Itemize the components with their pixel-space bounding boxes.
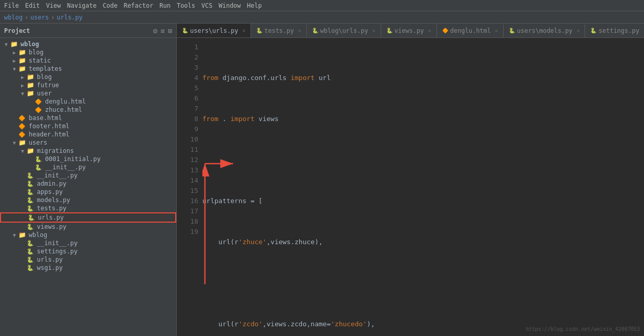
tab-users-urls[interactable]: 🐍 users\urls.py ✕ [177,24,251,37]
tab-close-denglu[interactable]: ✕ [495,28,498,33]
menubar: File Edit View Navigate Code Refactor Ru… [0,0,644,11]
tab-settings[interactable]: 🐍 settings.py ✕ [585,24,644,37]
breadcrumb-users[interactable]: users [30,14,49,21]
tab-icon-users-models: 🐍 [509,28,515,33]
tree-item-zhuce[interactable]: ▶ 🔶 zhuce.html [0,106,176,114]
tree-item-tests[interactable]: ▶ 🐍 tests.py [0,204,176,212]
tree-label-models: models.py [37,196,70,204]
tree-item-models[interactable]: ▶ 🐍 models.py [0,196,176,204]
menu-vcs[interactable]: VCS [201,2,213,9]
tree-item-0001[interactable]: ▶ 🐍 0001_initial.py [0,155,176,163]
tab-users-models[interactable]: 🐍 users\models.py ✕ [504,24,585,37]
tree-item-views[interactable]: ▶ 🐍 views.py [0,223,176,231]
tab-views[interactable]: 🐍 views.py ✕ [381,24,437,37]
menu-tools[interactable]: Tools [177,2,195,9]
tree-item-admin[interactable]: ▶ 🐍 admin.py [0,180,176,188]
tree-label-settings: settings.py [37,248,77,255]
tree-item-urls[interactable]: ▶ 🐍 urls.py [0,212,176,223]
tab-label-wblog-urls: wblog\urls.py [320,27,368,34]
menu-refactor[interactable]: Refactor [123,2,153,9]
tree-label-futrue: futrue [37,82,59,89]
menu-file[interactable]: File [4,2,19,9]
tab-wblog-urls[interactable]: 🐍 wblog\urls.py ✕ [307,24,381,37]
breadcrumb: wblog › users › urls.py [0,11,644,24]
tab-label-denglu: denglu.html [450,27,491,34]
sidebar-icon-settings[interactable]: ⚙ [153,27,157,35]
menu-window[interactable]: Window [219,2,241,9]
tab-close-tests[interactable]: ✕ [298,28,301,33]
tab-icon-settings: 🐍 [590,28,596,33]
tree-item-user[interactable]: ▼ 📁 user [0,89,176,97]
tree-label-admin: admin.py [37,180,67,187]
menu-navigate[interactable]: Navigate [67,2,97,9]
tree-item-users[interactable]: ▼ 📁 users [0,139,176,147]
tab-denglu[interactable]: 🔶 denglu.html ✕ [437,24,504,37]
tree-label-static: static [29,57,51,64]
tab-bar: 🐍 users\urls.py ✕ 🐍 tests.py ✕ 🐍 wblog\u… [177,24,644,38]
tree-label-wblog2: wblog [29,231,47,239]
tree-item-header[interactable]: ▶ 🔶 header.html [0,130,176,139]
breadcrumb-wblog[interactable]: wblog [4,14,23,21]
tree-label-user: user [37,90,52,97]
tree-label-base: base.html [29,114,62,122]
tree-item-blog2[interactable]: ▶ 📁 blog [0,73,176,81]
tab-close-wblog-urls[interactable]: ✕ [372,28,376,33]
tree-item-blog[interactable]: ▶ 📁 blog [0,48,176,56]
tab-tests[interactable]: 🐍 tests.py ✕ [251,24,307,37]
tab-icon-denglu: 🔶 [442,28,448,33]
tree-item-static[interactable]: ▶ 📁 static [0,56,176,65]
code-line-1: from django.conf.urls import url [202,73,640,83]
sidebar-title: Project [4,27,30,34]
tree-item-templates[interactable]: ▼ 📁 templates [0,65,176,73]
tree-item-wsgi[interactable]: ▶ 🐍 wsgi.py [0,264,176,272]
tree-label-denglu: denglu.html [45,98,86,105]
tree-item-base[interactable]: ▶ 🔶 base.html [0,114,176,122]
tree-item-apps[interactable]: ▶ 🐍 apps.py [0,188,176,196]
menu-help[interactable]: Help [247,2,262,9]
tree-item-migrations[interactable]: ▼ 📁 migrations [0,147,176,155]
tab-icon-tests: 🐍 [256,28,262,33]
code-line-2: from . import views [202,114,640,124]
tree-item-denglu[interactable]: ▶ 🔶 denglu.html [0,97,176,106]
tree-item-futrue[interactable]: ▶ 📁 futrue [0,81,176,89]
tab-label-tests: tests.py [264,27,294,34]
sidebar-icon-collapse[interactable]: ≡ [160,27,164,35]
tab-icon-users-urls: 🐍 [182,28,188,33]
tree-item-footer[interactable]: ▶ 🔶 footer.html [0,122,176,130]
breadcrumb-sep1: › [25,14,28,21]
tab-label-views: views.py [394,27,424,34]
tree-label-header: header.html [29,131,69,138]
tree-item-init2[interactable]: ▶ 🐍 __init__.py [0,163,176,171]
breadcrumb-file[interactable]: urls.py [57,14,83,21]
code-content[interactable]: from django.conf.urls import url from . … [202,38,644,336]
editor-panel: 🐍 users\urls.py ✕ 🐍 tests.py ✕ 🐍 wblog\u… [177,24,644,336]
menu-code[interactable]: Code [103,2,118,9]
menu-view[interactable]: View [46,2,61,9]
tree-label-blog2: blog [37,73,52,81]
line-numbers: 1 2 3 4 5 6 7 8 9 10 11 12 13 14 15 16 1 [177,38,202,336]
tree-label-footer: footer.html [29,123,69,130]
tab-label-users-urls: users\urls.py [190,27,238,34]
tree-item-init3[interactable]: ▶ 🐍 __init__.py [0,171,176,180]
code-line-5: url(r'zhuce',views.zhuce), [202,237,640,247]
sidebar-icon-expand[interactable]: ⊞ [168,27,172,35]
tree-item-settings[interactable]: ▶ 🐍 settings.py [0,247,176,255]
code-line-6 [202,278,640,288]
menu-run[interactable]: Run [159,2,171,9]
code-area[interactable]: 1 2 3 4 5 6 7 8 9 10 11 12 13 14 15 16 1 [177,38,644,336]
tree-item-wblog2[interactable]: ▼ 📁 wblog [0,231,176,239]
tree-label-templates: templates [29,65,62,72]
tree-label-users: users [29,139,47,146]
tab-icon-views: 🐍 [386,28,392,33]
sidebar: Project ⚙ ≡ ⊞ ▼ 📁 wblog ▶ [0,24,177,336]
tree-item-wblog-root[interactable]: ▼ 📁 wblog [0,40,176,48]
tree-label-urls: urls.py [38,214,64,221]
tree-item-init4[interactable]: ▶ 🐍 __init__.py [0,239,176,247]
menu-edit[interactable]: Edit [25,2,40,9]
tree-label-init2: __init__.py [45,164,86,171]
tab-close-views[interactable]: ✕ [428,28,431,33]
tab-close-users-models[interactable]: ✕ [576,28,579,33]
tree-item-urls2[interactable]: ▶ 🐍 urls.py [0,255,176,264]
tree-label: wblog [20,41,39,48]
tab-close-users-urls[interactable]: ✕ [242,28,245,33]
